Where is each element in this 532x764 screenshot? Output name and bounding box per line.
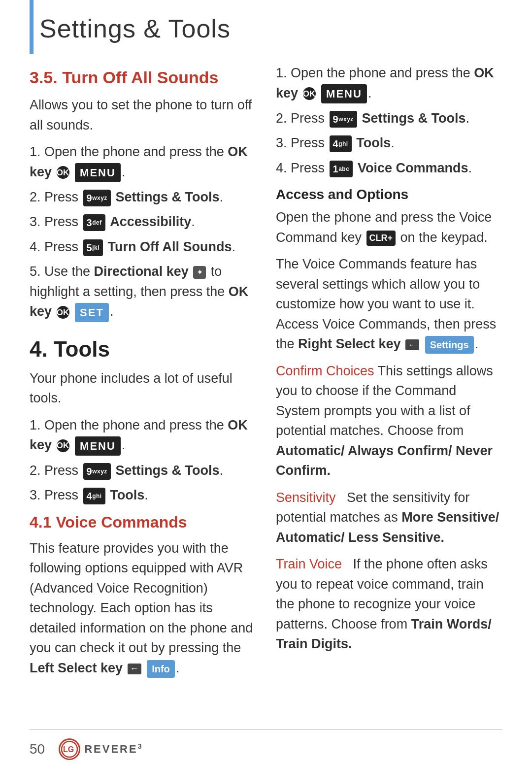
key-3-badge: 3def bbox=[83, 214, 105, 231]
list-item: 1. Open the phone and press the OK key O… bbox=[276, 63, 502, 103]
section-41-heading: 4.1 Voice Commands bbox=[30, 513, 256, 531]
section-4-heading: 4. Tools bbox=[30, 337, 256, 362]
right-column: 1. Open the phone and press the OK key O… bbox=[276, 63, 502, 685]
section-35-heading: 3.5. Turn Off All Sounds bbox=[30, 68, 256, 87]
sensitivity-term: Sensitivity bbox=[276, 490, 336, 505]
list-item: 2. Press 9wxyz Settings & Tools. bbox=[276, 108, 502, 129]
menu-badge: MENU bbox=[75, 163, 121, 182]
list-item: 2. Press 9wxyz Settings & Tools. bbox=[30, 461, 256, 481]
page-title: Settings & Tools bbox=[0, 0, 532, 53]
page-container: Settings & Tools 3.5. Turn Off All Sound… bbox=[0, 0, 532, 764]
access-options-para1: Open the phone and press the Voice Comma… bbox=[276, 207, 502, 247]
section-35-intro: Allows you to set the phone to turn off … bbox=[30, 95, 256, 135]
section-4-intro: Your phone includes a lot of useful tool… bbox=[30, 368, 256, 408]
svg-text:LG: LG bbox=[63, 745, 74, 754]
list-item: 1. Open the phone and press the OK key O… bbox=[30, 142, 256, 182]
train-voice-para: Train Voice If the phone often asks you … bbox=[276, 554, 502, 654]
list-item: 4. Press 5jkl Turn Off All Sounds. bbox=[30, 237, 256, 257]
access-options-heading: Access and Options bbox=[276, 187, 502, 202]
access-options-section: Access and Options Open the phone and pr… bbox=[276, 187, 502, 354]
section-4-steps: 1. Open the phone and press the OK key O… bbox=[30, 415, 256, 505]
section-35: 3.5. Turn Off All Sounds Allows you to s… bbox=[30, 68, 256, 322]
section-4: 4. Tools Your phone includes a lot of us… bbox=[30, 337, 256, 505]
key-4-badge: 4ghi bbox=[83, 488, 105, 504]
footer-logo: LG REVERE3 bbox=[59, 738, 143, 760]
list-item: 3. Press 4ghi Tools. bbox=[30, 485, 256, 505]
list-item: 3. Press 3def Accessibility. bbox=[30, 212, 256, 232]
confirm-choices-term: Confirm Choices bbox=[276, 364, 374, 378]
key-5-badge: 5jkl bbox=[83, 239, 103, 256]
section-41: 4.1 Voice Commands This feature provides… bbox=[30, 513, 256, 678]
info-badge: Info bbox=[147, 660, 175, 678]
train-voice-term: Train Voice bbox=[276, 557, 342, 571]
sensitivity-para: Sensitivity Set the sensitivity for pote… bbox=[276, 488, 502, 548]
section-35-steps: 1. Open the phone and press the OK key O… bbox=[30, 142, 256, 322]
footer-brand-text: REVERE3 bbox=[84, 742, 143, 756]
key-4-r: 4ghi bbox=[330, 135, 352, 152]
settings-badge: Settings bbox=[425, 336, 474, 354]
directional-icon: ✦ bbox=[193, 266, 206, 279]
key-9-r: 9wxyz bbox=[330, 111, 357, 128]
list-item: 4. Press 1abc Voice Commands. bbox=[276, 158, 502, 178]
key-9-badge-2: 9wxyz bbox=[83, 463, 111, 480]
footer: 50 LG REVERE3 bbox=[0, 730, 532, 764]
key-9-badge: 9wxyz bbox=[83, 190, 111, 206]
list-item: 1. Open the phone and press the OK key O… bbox=[30, 415, 256, 456]
confirm-choices-para: Confirm Choices This settings allows you… bbox=[276, 361, 502, 481]
ok-key-badge-r1: OK bbox=[303, 87, 316, 100]
lg-logo-circle: LG bbox=[59, 738, 80, 760]
menu-badge-r1: MENU bbox=[321, 84, 367, 103]
right-steps-cont: 1. Open the phone and press the OK key O… bbox=[276, 63, 502, 178]
left-column: 3.5. Turn Off All Sounds Allows you to s… bbox=[30, 63, 256, 685]
clr-badge: CLR+ bbox=[366, 231, 396, 246]
list-item: 3. Press 4ghi Tools. bbox=[276, 133, 502, 153]
access-options-para2: The Voice Commands feature has several s… bbox=[276, 254, 502, 354]
set-badge: SET bbox=[75, 303, 109, 322]
right-arrow-icon: ← bbox=[405, 339, 419, 350]
key-1-r: 1abc bbox=[330, 161, 353, 177]
ok-key-badge: OK bbox=[57, 166, 69, 179]
menu-badge-2: MENU bbox=[75, 436, 121, 456]
content-area: 3.5. Turn Off All Sounds Allows you to s… bbox=[0, 53, 532, 714]
footer-page-num: 50 bbox=[30, 741, 45, 757]
ok-key-badge-3: OK bbox=[57, 439, 69, 452]
ok-key-badge-2: OK bbox=[57, 306, 69, 319]
lg-logo-svg: LG bbox=[61, 740, 78, 758]
list-item: 2. Press 9wxyz Settings & Tools. bbox=[30, 187, 256, 207]
top-accent-bar bbox=[30, 0, 33, 54]
left-arrow-icon: ← bbox=[128, 664, 141, 674]
section-41-intro: This feature provides you with the follo… bbox=[30, 538, 256, 678]
revere-superscript: 3 bbox=[138, 742, 143, 750]
list-item: 5. Use the Directional key ✦ to highligh… bbox=[30, 262, 256, 322]
